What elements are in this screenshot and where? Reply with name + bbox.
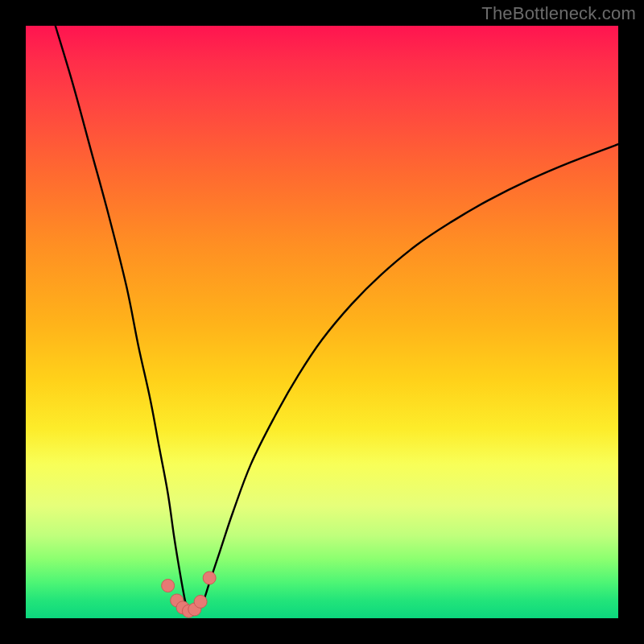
watermark-text: TheBottleneck.com bbox=[481, 3, 636, 24]
bottleneck-curve bbox=[56, 26, 618, 613]
curve-markers bbox=[162, 572, 217, 617]
curve-svg bbox=[26, 26, 618, 618]
chart-frame: TheBottleneck.com bbox=[0, 0, 644, 644]
curve-marker bbox=[203, 572, 216, 584]
plot-area bbox=[26, 26, 618, 618]
curve-marker bbox=[162, 580, 175, 592]
curve-marker bbox=[194, 595, 207, 608]
